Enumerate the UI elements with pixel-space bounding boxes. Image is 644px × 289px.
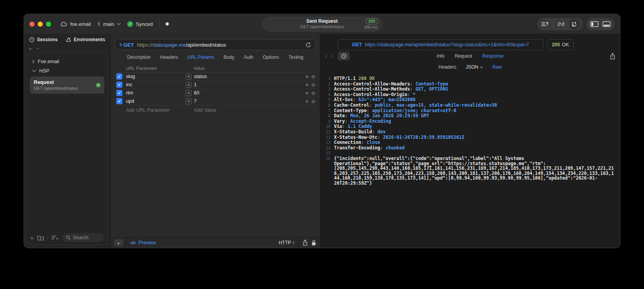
param-name-input[interactable]: inc: [126, 82, 186, 87]
history-button[interactable]: [338, 52, 350, 60]
project-name: foe.email: [70, 21, 91, 27]
sidebar-panel: Foe.email HSP Request GET /api/embed/sta…: [26, 53, 108, 245]
url-scheme: https://: [137, 42, 152, 48]
tab-response[interactable]: Response: [482, 53, 504, 59]
fullscreen-window-button[interactable]: [46, 22, 51, 27]
row-menu-icon[interactable]: ≡: [306, 98, 309, 104]
param-enabled-checkbox[interactable]: ✓: [116, 90, 122, 96]
toolbar-divider: [553, 21, 553, 27]
tab-request[interactable]: Request: [455, 53, 473, 59]
param-value-input[interactable]: 7: [194, 98, 197, 104]
sent-request-url-box[interactable]: GET https://statuspage.me/api/embed/stat…: [338, 39, 544, 50]
toolbar-group-panels: [586, 18, 615, 30]
import-export-button[interactable]: [569, 19, 579, 29]
equals-icon: =: [186, 82, 192, 88]
tab-url-params[interactable]: URL Params: [187, 55, 214, 60]
search-input[interactable]: Search: [62, 233, 104, 242]
request-method[interactable]: GET: [123, 42, 134, 48]
remove-row-icon[interactable]: ⊖: [311, 74, 316, 80]
share-request-button[interactable]: [299, 238, 311, 248]
row-menu-icon[interactable]: ≡: [306, 82, 309, 88]
tree-group-foe-email[interactable]: Foe.email: [29, 57, 105, 66]
tab-testing[interactable]: Testing: [288, 55, 303, 60]
line-number: 1: [323, 76, 330, 82]
sent-url: https://statuspage.me/api/embed/status?s…: [365, 42, 529, 47]
preview-cell: </> Preview: [127, 238, 159, 248]
branch-switcher[interactable]: main: [97, 20, 121, 27]
tab-sessions[interactable]: Sessions: [29, 37, 58, 42]
params-table-body: ✓slug=status≡⊖✓inc=1≡⊖✓rtm=60≡⊖✓upd=7≡⊖: [114, 73, 316, 105]
new-request-button[interactable]: +: [30, 234, 34, 241]
minimize-window-button[interactable]: [38, 22, 43, 27]
request-url-bar[interactable]: ⇅ GET https://statuspage.me/api/embed/st…: [115, 39, 316, 50]
filter-list-icon: [51, 235, 59, 240]
view-tab-headers[interactable]: Headers: [438, 64, 456, 70]
request-url[interactable]: https://statuspage.me/api/embed/status: [137, 42, 226, 48]
close-window-button[interactable]: [29, 22, 35, 27]
new-folder-button[interactable]: [37, 235, 44, 240]
select-arrows-icon: ▲▼: [293, 241, 295, 245]
forward-button[interactable]: ›: [331, 52, 334, 60]
sync-status[interactable]: ✓ Synced: [127, 21, 153, 27]
param-value-input[interactable]: status: [194, 74, 207, 79]
row-menu-icon[interactable]: ≡: [306, 74, 309, 80]
add-param-name-input[interactable]: Add URL Parameter: [126, 107, 186, 113]
view-tab-raw[interactable]: Raw: [493, 64, 502, 70]
response-line: 5Alt-Svc: h3=":443"; ma=2592000: [323, 97, 615, 103]
resend-request-button[interactable]: [305, 42, 311, 48]
add-item-button[interactable]: +: [29, 46, 32, 52]
param-name-input[interactable]: upd: [126, 98, 186, 104]
tab-auth[interactable]: Auth: [244, 55, 254, 60]
panel-left-icon: [590, 21, 598, 27]
param-enabled-checkbox[interactable]: ✓: [116, 82, 122, 88]
collapse-panel-button[interactable]: ▲: [114, 240, 123, 246]
project-switcher[interactable]: foe.email: [60, 21, 91, 27]
back-button[interactable]: ‹: [325, 52, 327, 60]
export-response-button[interactable]: [610, 53, 615, 60]
request-item-title: Request: [34, 79, 100, 85]
param-name-input[interactable]: rtm: [126, 90, 186, 96]
view-tab-format[interactable]: JSON: [466, 64, 483, 70]
param-name-input[interactable]: slug: [126, 74, 186, 79]
response-tabs: InfoRequestResponse: [320, 53, 620, 59]
response-line: 15: [323, 151, 615, 156]
param-value-input[interactable]: 1: [194, 82, 197, 87]
toggle-sidebar-button[interactable]: [590, 21, 598, 27]
remove-row-icon[interactable]: ⊖: [311, 82, 316, 88]
session-pill-status: 200 280 ms: [364, 18, 378, 30]
param-row: ✓upd=7≡⊖: [114, 97, 316, 105]
sync-branches-button[interactable]: [557, 21, 565, 27]
remove-item-button[interactable]: −: [36, 46, 40, 52]
line-number: 9: [323, 119, 330, 124]
param-enabled-checkbox[interactable]: ✓: [116, 98, 122, 104]
tab-body[interactable]: Body: [224, 55, 234, 60]
tab-environments[interactable]: Environments: [66, 37, 105, 42]
sort-filter-button[interactable]: [51, 235, 59, 240]
protocol-selector[interactable]: HTTP ▲▼: [275, 240, 299, 245]
row-menu-icon[interactable]: ≡: [306, 90, 309, 96]
tab-headers[interactable]: Headers: [160, 55, 178, 60]
remove-row-icon[interactable]: ⊖: [311, 98, 316, 104]
remove-row-icon[interactable]: ⊖: [311, 90, 316, 96]
tree-group-hsp[interactable]: HSP: [29, 66, 105, 76]
tab-options[interactable]: Options: [263, 55, 279, 60]
status-code-badge: 200: [366, 18, 378, 24]
request-list-button[interactable]: [541, 21, 549, 27]
param-enabled-checkbox[interactable]: ✓: [116, 73, 122, 80]
session-pill[interactable]: Sent Request GET /api/embed/status 200 2…: [262, 17, 382, 31]
lock-button[interactable]: [311, 238, 320, 248]
tab-description[interactable]: Description: [127, 55, 151, 60]
code-icon: </>: [130, 240, 136, 245]
toggle-bottom-panel-button[interactable]: [602, 21, 611, 27]
tab-info[interactable]: Info: [437, 53, 445, 59]
preview-label: Preview: [139, 240, 156, 245]
line-number: 16: [323, 156, 330, 186]
preview-button[interactable]: </> Preview: [130, 240, 156, 245]
response-line: 3Access-Control-Allow-Methods: GET, OPTI…: [323, 87, 615, 92]
param-value-input[interactable]: 60: [194, 90, 199, 96]
request-list-item-selected[interactable]: Request GET /api/embed/status: [30, 76, 104, 94]
response-status-text: OK: [562, 42, 569, 47]
column-header-value: Value: [186, 66, 297, 71]
add-param-value-input[interactable]: Add Value: [186, 107, 297, 113]
response-body[interactable]: 1HTTP/1.1 200 OK2Access-Control-Allow-He…: [320, 72, 620, 248]
